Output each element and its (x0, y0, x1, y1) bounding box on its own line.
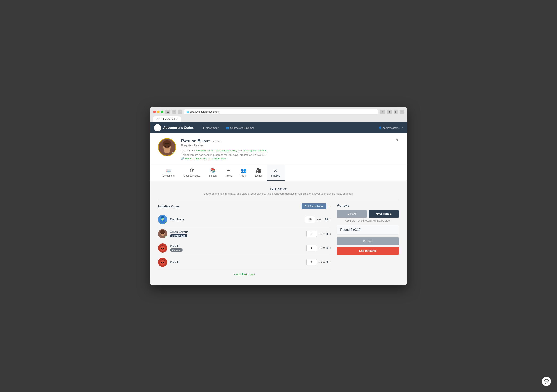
participant-avatar-dari: 🌍 (158, 215, 167, 224)
svg-point-16 (163, 233, 164, 234)
nav-user[interactable]: 👤 sonicrocketm... ▾ (378, 126, 403, 129)
svg-point-26 (160, 260, 165, 265)
tab-initiative[interactable]: ⚔ Initiative (267, 165, 285, 180)
initiative-controls-kobold1: + 2 = 6 ‹ (306, 245, 331, 251)
re-sort-button[interactable]: Re-Sort (337, 237, 399, 245)
tab-initiative-label: Initiative (271, 174, 280, 177)
download-icon: ⬇ (202, 126, 205, 129)
address-bar[interactable]: 🌐 app.adventurerscodex.com/ (184, 109, 378, 114)
add-participant-button[interactable]: + Add Participant (158, 270, 331, 279)
user-icon: 👤 (378, 126, 382, 129)
total-kobold2: 3 (327, 261, 328, 264)
initiative-input-kobold1[interactable] (306, 245, 317, 251)
traffic-lights (153, 111, 164, 113)
modifier-kobold2: + 2 = (319, 261, 325, 264)
tab-party[interactable]: 👥 Party (236, 165, 251, 180)
svg-point-6 (168, 146, 169, 147)
characters-games-link[interactable]: 👥 Characters & Games (223, 125, 257, 131)
refresh-button[interactable]: ↻ (380, 110, 385, 114)
secure-icon: 🌐 (186, 111, 189, 113)
participant-name-dari: Dari Fusor (170, 218, 302, 221)
info-button[interactable]: ℹ (394, 110, 398, 114)
tab-exhibit[interactable]: 🎥 Exhibit (251, 165, 267, 180)
svg-text:🌍: 🌍 (161, 218, 165, 222)
current-turn-badge: Current Turn (170, 234, 187, 237)
move-button-arlion[interactable]: ‹ (330, 232, 331, 236)
chat-button[interactable]: 💬 (542, 377, 551, 386)
svg-point-27 (161, 262, 162, 263)
section-divider (158, 199, 399, 199)
initiative-sidebar: Actions ◀ Back Next Turn ▶ Use j/k to mo… (337, 204, 399, 279)
edit-icon[interactable]: ✎ (396, 138, 399, 143)
chevron-down-icon: ▾ (401, 126, 403, 129)
initiative-input-kobold2[interactable] (306, 259, 317, 265)
up-next-badge: Up Next (170, 248, 182, 252)
campaign-subtitle: Forgotten Realms (181, 144, 399, 147)
participant-name-col-dari: Dari Fusor (170, 218, 302, 221)
address-text: app.adventurerscodex.com/ (190, 110, 220, 113)
nav-brand[interactable]: ⚔ Adventurer's Codex (154, 124, 194, 131)
avatar-online-indicator (172, 152, 174, 155)
roll-initiative-button[interactable]: Roll for Initiative (302, 204, 327, 209)
forward-button[interactable]: › (178, 110, 182, 114)
tab-maps[interactable]: 🗺 Maps & Images (179, 165, 205, 180)
initiative-layout: Initiative Order Roll for Initiative − (158, 204, 399, 279)
new-import-link[interactable]: ⬇ New/Import (200, 125, 222, 131)
connection-icon: 🔗 (181, 157, 184, 160)
collapse-button[interactable]: − (328, 204, 331, 208)
initiative-order-header: Initiative Order Roll for Initiative − (158, 204, 331, 209)
back-turn-button[interactable]: ◀ Back (337, 211, 367, 218)
screen-icon: 📚 (210, 168, 216, 173)
tab-notes-label: Notes (225, 174, 232, 177)
back-button[interactable]: ‹ (172, 110, 176, 114)
tab-encounters-label: Encounters (163, 174, 175, 177)
initiative-input-arlion[interactable] (306, 230, 317, 237)
tab-screen-label: Screen (209, 174, 217, 177)
svg-point-14 (160, 230, 165, 234)
campaign-header: Path of Blight by Brian Forgotten Realms… (150, 133, 407, 165)
kobold2-avatar-img (158, 258, 167, 267)
app-navbar: ⚔ Adventurer's Codex ⬇ New/Import 👥 Char… (150, 122, 407, 133)
browser-tab[interactable]: Adventurer's Codex (153, 116, 181, 122)
sidebar-toggle-button[interactable]: ☰ (165, 110, 171, 114)
initiative-order-title: Initiative Order (158, 205, 302, 208)
maximize-button[interactable] (161, 111, 164, 113)
move-button-dari[interactable]: ‹ (330, 218, 331, 221)
health-mostly: mostly healthy (196, 149, 213, 152)
dari-online-indicator (165, 222, 167, 224)
tab-navigation: 📖 Encounters 🗺 Maps & Images 📚 Screen ✒ … (150, 165, 407, 181)
campaign-days: This adventure has been in progress for … (181, 153, 399, 156)
move-button-kobold1[interactable]: ‹ (330, 246, 331, 250)
action-hint: Use j/k to move through the initiative o… (337, 219, 399, 222)
participant-name-col-kobold1: Kobold Up Next (170, 245, 303, 252)
tab-notes[interactable]: ✒ Notes (221, 165, 236, 180)
download-button[interactable]: ⬇ (387, 110, 392, 114)
initiative-input-dari[interactable] (305, 216, 315, 223)
campaign-title-row: Path of Blight by Brian (181, 138, 399, 143)
participant-avatar-arlion (158, 229, 167, 238)
section-header: Initiative Check on the health, status, … (158, 187, 399, 195)
browser-chrome: ☰ ‹ › 🌐 app.adventurerscodex.com/ ↻ ⬇ ℹ … (150, 107, 407, 122)
svg-point-5 (165, 146, 166, 147)
svg-point-20 (160, 246, 165, 251)
move-button-kobold2[interactable]: ‹ (330, 261, 331, 264)
action-buttons: ◀ Back Next Turn ▶ (337, 211, 399, 218)
close-button[interactable] (153, 111, 156, 113)
actions-title: Actions (337, 204, 399, 208)
tab-exhibit-label: Exhibit (255, 174, 262, 177)
end-initiative-button[interactable]: End Initiative (337, 247, 399, 255)
participant-name-col-arlion: Arlion Yeltoris Current Turn (170, 230, 303, 237)
modifier-dari: + 0 = (317, 218, 323, 221)
next-turn-button[interactable]: Next Turn ▶ (369, 211, 399, 218)
encounters-icon: 📖 (166, 168, 171, 173)
table-row: Kobold + 2 = 3 ‹ (158, 255, 331, 270)
tab-party-label: Party (241, 174, 246, 177)
minimize-button[interactable] (157, 111, 160, 113)
party-icon: 👥 (241, 168, 246, 173)
tab-encounters[interactable]: 📖 Encounters (158, 165, 179, 180)
brand-name: Adventurer's Codex (163, 126, 194, 130)
tab-screen[interactable]: 📚 Screen (205, 165, 221, 180)
new-tab-button[interactable]: + (400, 110, 404, 114)
kobold1-avatar-img (158, 243, 167, 253)
arlion-online-indicator (165, 236, 167, 238)
